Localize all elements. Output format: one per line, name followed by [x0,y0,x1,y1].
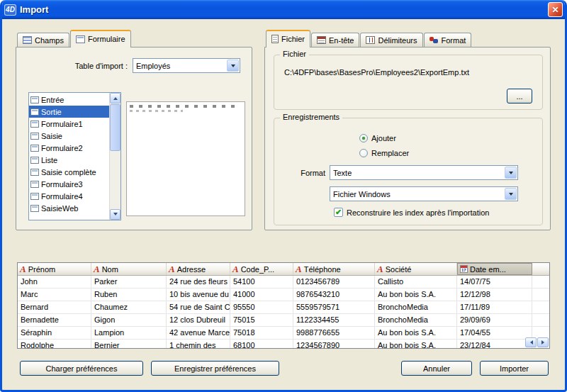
form-list-scrollbar[interactable] [109,93,120,220]
form-list-item[interactable]: Sortie [29,106,109,118]
form-list-item[interactable]: Entrée [29,94,109,106]
form-preview-content [130,105,239,108]
form-icon [30,157,39,164]
browse-button[interactable]: ... [507,89,532,103]
form-list-item[interactable]: Liste [29,154,109,166]
load-preferences-button[interactable]: Charger préférences [20,361,143,376]
table-cell: 5559579571 [293,301,375,313]
format-select[interactable]: Texte [330,165,518,180]
table-cell: 9988776655 [293,327,375,339]
import-button[interactable]: Importer [480,361,549,376]
tab-champs[interactable]: Champs [17,33,69,47]
form-list-item-label: Formulaire1 [41,120,83,128]
form-list-item[interactable]: Saisie [29,130,109,142]
form-list-item-label: Entrée [41,96,64,104]
form-icon [30,145,39,152]
table-cell: 1 chemin des [167,340,230,348]
form-list-item-label: Sortie [41,108,62,116]
forms-tab-group: Champs Formulaire Table d'import : Emplo… [16,30,252,230]
form-icon [30,96,39,103]
radio-ajouter[interactable] [359,134,368,142]
table-cell: Au bon bois S.A. [375,327,457,339]
table-cell: 1234567890 [293,340,375,348]
tab-delimiteurs[interactable]: Délimiteurs [360,33,422,47]
alpha-field-icon: A [169,264,175,274]
form-list-item-label: Formulaire3 [41,180,83,189]
table-row[interactable]: JohnParker24 rue des fleurs5410001234567… [18,276,549,289]
tab-formulaire[interactable]: Formulaire [70,30,131,47]
column-header-date-embauche[interactable]: 17 Date em... [457,263,532,275]
column-header-prenom[interactable]: A Prénom [18,263,91,275]
column-header-adresse[interactable]: A Adresse [167,263,230,275]
scroll-down-button[interactable] [110,209,120,220]
table-cell: Séraphin [18,327,91,339]
dropdown-arrow-icon[interactable] [505,188,517,200]
table-cell: 17/11/89 [457,301,532,313]
table-row[interactable]: BernardChaumez54 rue de Saint C955505559… [18,301,549,314]
column-header-societe[interactable]: A Société [375,263,457,275]
table-row[interactable]: SéraphinLampion42 avenue Marce7501899887… [18,327,549,340]
fichier-tab-page: Fichier C:\4DFP\bases\BasesPro\Employees… [264,47,551,230]
column-header-label: Date em... [470,265,506,274]
form-icon [30,133,39,140]
radio-row-remplacer: Remplacer [359,149,409,157]
form-list-item[interactable]: Saisie complète [29,166,109,178]
form-list-item[interactable]: Formulaire4 [29,190,109,202]
4d-logo-icon: 4D [4,4,16,16]
preview-table-body: JohnParker24 rue des fleurs5410001234567… [18,276,549,348]
cancel-button[interactable]: Annuler [401,361,472,376]
table-row[interactable]: MarcRuben10 bis avenue du410009876543210… [18,289,549,301]
form-list-item[interactable]: SaisieWeb [29,202,109,214]
form-list-item[interactable]: Formulaire1 [29,118,109,130]
radio-remplacer[interactable] [359,149,368,157]
table-cell: BronchoMedia [375,301,457,313]
tab-fichier[interactable]: Fichier [266,30,310,47]
dropdown-arrow-icon[interactable] [505,167,517,179]
form-list-item[interactable]: Formulaire3 [29,178,109,190]
table-cell-filler [532,314,549,326]
scroll-left-button[interactable] [525,337,537,347]
table-cell: Au bon bois S.A. [375,340,457,348]
form-icon [30,108,39,116]
table-cell: 14/07/75 [457,276,532,288]
horizontal-scrollbar[interactable] [525,337,549,347]
table-cell: 12/12/98 [457,289,532,301]
format-value: Texte [333,169,504,177]
column-header-code-postal[interactable]: A Code_P... [230,263,293,275]
form-icon [30,193,39,200]
column-header-telephone[interactable]: A Téléphone [293,263,375,275]
table-cell: Rodolphe [18,340,91,348]
column-header-nom[interactable]: A Nom [91,263,167,275]
tab-entete-label: En-tête [329,36,354,45]
scroll-right-button[interactable] [537,337,549,347]
title-bar[interactable]: 4D Import ✕ [0,0,567,19]
scrollbar-thumb[interactable] [110,104,120,151]
arrow-down-icon [113,213,118,218]
table-cell: 42 avenue Marce [167,327,230,339]
table-cell: 10 bis avenue du [167,289,230,301]
fields-icon [23,36,32,44]
table-header: A Prénom A Nom A Adresse A Code_P... A T… [18,263,549,276]
table-cell: 12 clos Dubreuil [167,314,230,326]
column-header-label: Société [386,265,412,274]
dropdown-arrow-icon[interactable] [227,60,239,72]
table-row[interactable]: RodolpheBernier1 chemin des6810012345678… [18,340,549,348]
tab-formulaire-label: Formulaire [88,35,125,43]
form-icon [30,121,39,128]
form-list-item[interactable]: Formulaire2 [29,142,109,154]
save-preferences-button[interactable]: Enregistrer préférences [151,361,279,376]
scroll-up-button[interactable] [110,93,120,103]
rebuild-index-checkbox[interactable]: ✔ [334,208,343,217]
tab-format[interactable]: Format [424,33,472,47]
arrow-left-icon [528,340,533,345]
table-import-select[interactable]: Employés [133,58,240,73]
column-header-label: Téléphone [304,265,341,274]
form-icon [30,169,39,176]
tab-entete[interactable]: En-tête [311,33,359,47]
data-preview-grid: A Prénom A Nom A Adresse A Code_P... A T… [17,262,550,349]
table-row[interactable]: BernadetteGigon12 clos Dubreuil750151122… [18,314,549,327]
form-icon [76,35,85,43]
file-format-select[interactable]: Fichier Windows [330,186,518,201]
table-import-label: Table d'import : [45,62,133,70]
close-button[interactable]: ✕ [548,2,563,17]
